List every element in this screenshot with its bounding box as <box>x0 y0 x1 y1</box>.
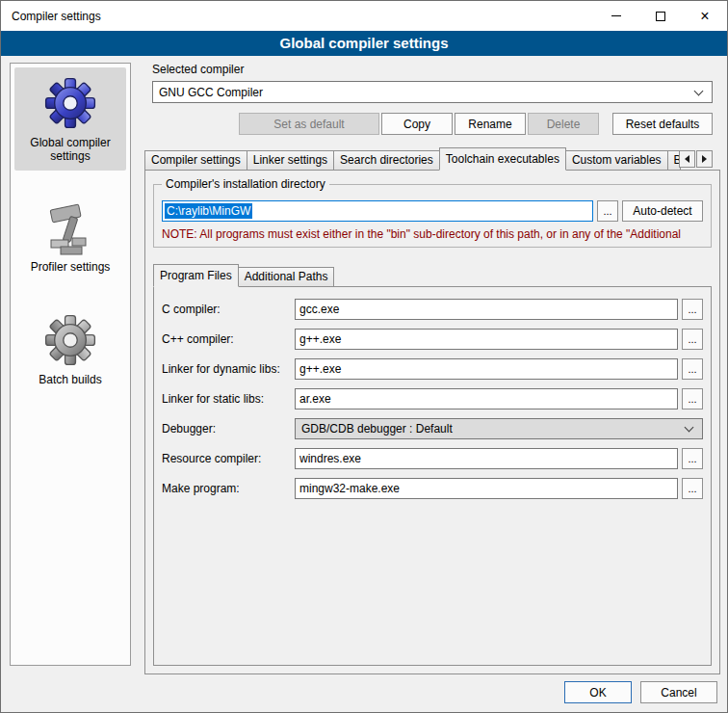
tab-scroll-arrows <box>679 150 713 168</box>
sidebar-item-batch-builds[interactable]: Batch builds <box>14 304 126 394</box>
make-program-input[interactable] <box>295 478 678 499</box>
tab-compiler-settings[interactable]: Compiler settings <box>144 150 247 170</box>
tab-scroll-right-button[interactable] <box>696 150 713 168</box>
tab-custom-variables[interactable]: Custom variables <box>565 150 668 170</box>
tab-toolchain-executables[interactable]: Toolchain executables <box>439 147 566 171</box>
chevron-down-icon <box>685 423 694 433</box>
program-tabs: Program Files Additional Paths <box>153 263 712 286</box>
minimize-icon <box>611 15 621 16</box>
tab-search-directories[interactable]: Search directories <box>333 150 440 170</box>
c-compiler-browse-button[interactable]: ... <box>682 299 703 320</box>
copy-button[interactable]: Copy <box>381 113 453 135</box>
sidebar-item-profiler-settings[interactable]: Profiler settings <box>14 194 126 281</box>
bin-subdirectory-note: NOTE: All programs must exist either in … <box>162 227 703 241</box>
sidebar-item-label: Batch builds <box>39 373 101 386</box>
linker-static-label: Linker for static libs: <box>162 392 295 406</box>
make-program-browse-button[interactable]: ... <box>682 478 703 499</box>
resource-compiler-input[interactable] <box>295 448 678 469</box>
settings-tabs: Compiler settings Linker settings Search… <box>144 146 720 170</box>
field-row-linker-static: Linker for static libs: ... <box>162 388 703 409</box>
field-row-linker-dynamic: Linker for dynamic libs: ... <box>162 358 703 380</box>
make-program-label: Make program: <box>162 482 295 495</box>
cancel-button[interactable]: Cancel <box>640 681 717 703</box>
field-row-c-compiler: C compiler: ... <box>162 299 703 320</box>
c-compiler-input[interactable] <box>295 299 678 320</box>
sidebar-item-label: Global compiler settings <box>30 136 110 163</box>
debugger-label: Debugger: <box>162 422 295 436</box>
window-title: Compiler settings <box>1 10 101 23</box>
resource-compiler-browse-button[interactable]: ... <box>682 448 703 469</box>
reset-defaults-button[interactable]: Reset defaults <box>612 113 713 135</box>
program-files-panel: C compiler: ... C++ compiler: ... Linker… <box>153 286 712 666</box>
browse-directory-button[interactable]: ... <box>597 200 618 222</box>
linker-dynamic-input[interactable] <box>295 358 678 380</box>
tab-scroll-left-button[interactable] <box>679 150 695 168</box>
cpp-compiler-browse-button[interactable]: ... <box>682 329 703 350</box>
debugger-select[interactable]: GDB/CDB debugger : Default <box>295 418 703 439</box>
profiler-tool-icon <box>45 201 95 255</box>
field-row-make-program: Make program: ... <box>162 478 703 499</box>
minimize-button[interactable] <box>594 1 638 31</box>
set-as-default-button[interactable]: Set as default <box>239 113 379 135</box>
tab-additional-paths[interactable]: Additional Paths <box>238 267 335 286</box>
compiler-actions: Set as default Copy Rename Delete Reset … <box>152 113 713 135</box>
installation-directory-row: C:\raylib\MinGW ... Auto-detect <box>162 200 703 222</box>
page-title: Global compiler settings <box>1 31 727 56</box>
compiler-select-value: GNU GCC Compiler <box>159 86 263 99</box>
installation-directory-input[interactable]: C:\raylib\MinGW <box>162 200 593 222</box>
linker-static-input[interactable] <box>295 388 678 409</box>
tab-linker-settings[interactable]: Linker settings <box>247 150 334 170</box>
window-controls: × <box>594 1 727 31</box>
sidebar-item-global-compiler-settings[interactable]: Global compiler settings <box>14 67 126 171</box>
installation-directory-group: Compiler's installation directory C:\ray… <box>153 184 712 248</box>
cpp-compiler-label: C++ compiler: <box>162 332 295 346</box>
installation-directory-selected-text: C:\raylib\MinGW <box>165 203 252 219</box>
gray-gear-icon <box>42 312 98 368</box>
field-row-cpp-compiler: C++ compiler: ... <box>162 329 703 350</box>
sidebar-item-label: Profiler settings <box>31 260 111 274</box>
field-row-debugger: Debugger: GDB/CDB debugger : Default <box>162 418 703 439</box>
maximize-button[interactable] <box>638 1 683 31</box>
titlebar: Compiler settings × <box>1 1 727 31</box>
resource-compiler-label: Resource compiler: <box>162 452 295 465</box>
linker-dynamic-label: Linker for dynamic libs: <box>162 362 295 376</box>
ok-button[interactable]: OK <box>564 681 632 703</box>
chevron-down-icon <box>694 86 704 95</box>
close-button[interactable]: × <box>683 1 727 31</box>
linker-dynamic-browse-button[interactable]: ... <box>682 358 703 380</box>
compiler-settings-window: Compiler settings × Global compiler sett… <box>0 0 728 713</box>
delete-button[interactable]: Delete <box>528 113 599 135</box>
toolchain-executables-panel: Compiler's installation directory C:\ray… <box>144 170 720 674</box>
cpp-compiler-input[interactable] <box>295 329 678 350</box>
linker-static-browse-button[interactable]: ... <box>682 388 703 409</box>
auto-detect-button[interactable]: Auto-detect <box>622 200 703 222</box>
installation-directory-group-title: Compiler's installation directory <box>162 177 329 191</box>
arrow-right-icon <box>702 155 707 163</box>
c-compiler-label: C compiler: <box>162 303 295 316</box>
field-row-resource-compiler: Resource compiler: ... <box>162 448 703 469</box>
arrow-left-icon <box>685 155 689 163</box>
selected-compiler-label: Selected compiler <box>152 63 713 76</box>
maximize-icon <box>656 12 665 21</box>
sidebar: Global compiler settings Profiler settin… <box>10 63 131 666</box>
close-icon: × <box>700 9 709 24</box>
dialog-footer: OK Cancel <box>564 681 717 703</box>
debugger-select-value: GDB/CDB debugger : Default <box>301 422 453 436</box>
rename-button[interactable]: Rename <box>455 113 526 135</box>
gear-icon <box>42 75 98 131</box>
compiler-select[interactable]: GNU GCC Compiler <box>152 81 713 103</box>
tab-program-files[interactable]: Program Files <box>153 264 239 287</box>
main-area: Selected compiler GNU GCC Compiler Set a… <box>144 61 720 674</box>
